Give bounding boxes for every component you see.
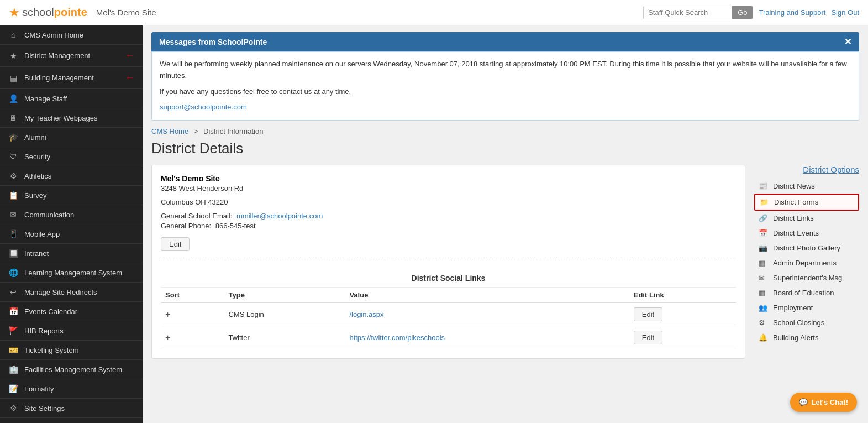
link-url: https://twitter.com/pikeschools (349, 333, 445, 342)
sidebar-item-security[interactable]: 🛡 Security (0, 147, 143, 166)
option-icon-employment: 👥 (759, 304, 770, 312)
sidebar-item-manage-site-redirects[interactable]: ↩ Manage Site Redirects (0, 283, 143, 302)
district-email-label: General School Email: (161, 212, 232, 220)
page-content: CMS Home > District Information District… (143, 121, 868, 365)
sidebar-item-facilities-management[interactable]: 🏢 Facilities Management System (0, 360, 143, 379)
sort-handle[interactable]: + (165, 333, 170, 342)
district-option-superintendents-msg[interactable]: ✉ Superintendent's Msg (754, 270, 859, 285)
support-email-link[interactable]: support@schoolpointe.com (160, 103, 247, 111)
option-icon-district-links: 🔗 (759, 214, 770, 222)
search-button[interactable]: Go (732, 6, 753, 19)
sidebar-item-mobile-app[interactable]: 📱 Mobile App (0, 224, 143, 244)
edit-button[interactable]: Edit (161, 237, 190, 251)
district-name: Mel's Demo Site (161, 174, 736, 183)
sign-out-link[interactable]: Sign Out (831, 8, 859, 17)
option-label-superintendents-msg: Superintendent's Msg (773, 274, 842, 282)
sidebar-label-manage-site-redirects: Manage Site Redirects (24, 288, 135, 296)
option-label-district-news: District News (773, 182, 815, 190)
district-option-building-alerts[interactable]: 🔔 Building Alerts (754, 330, 859, 345)
link-type: CMS Login (224, 303, 345, 326)
option-icon-district-photo-gallery: 📷 (759, 244, 770, 252)
option-label-building-alerts: Building Alerts (773, 333, 818, 342)
sidebar-item-survey[interactable]: 📋 Survey (0, 186, 143, 205)
red-arrow-district-management: ← (125, 50, 135, 61)
sidebar-item-ticketing-system[interactable]: 🎫 Ticketing System (0, 341, 143, 360)
link-value: /login.aspx (345, 303, 629, 326)
sidebar-item-manage-staff[interactable]: 👤 Manage Staff (0, 89, 143, 108)
chat-icon: 💬 (799, 398, 808, 406)
district-phone: 866-545-test (215, 222, 256, 230)
message-body-2: If you have any questions feel free to c… (160, 86, 851, 98)
link-type: Twitter (224, 326, 345, 349)
sidebar-icon-survey: 📋 (8, 191, 19, 200)
district-option-district-links[interactable]: 🔗 District Links (754, 211, 859, 226)
sidebar-item-hib-reports[interactable]: 🚩 HIB Reports (0, 321, 143, 341)
sidebar-icon-security: 🛡 (8, 152, 19, 161)
sidebar-item-learning-management[interactable]: 🌐 Learning Management System (0, 263, 143, 283)
right-sidebar: District Options 📰 District News 📁 Distr… (754, 165, 859, 359)
sort-handle[interactable]: + (165, 310, 170, 319)
sidebar-icon-hib-reports: 🚩 (8, 326, 19, 335)
district-option-board-of-education[interactable]: ▦ Board of Education (754, 285, 859, 300)
sidebar-item-alumni[interactable]: 🎓 Alumni (0, 128, 143, 147)
training-support-link[interactable]: Training and Support (759, 8, 825, 17)
chat-label: Let's Chat! (811, 398, 848, 406)
district-option-district-photo-gallery[interactable]: 📷 District Photo Gallery (754, 241, 859, 255)
link-url: /login.aspx (349, 310, 383, 318)
sidebar-label-security: Security (24, 153, 135, 161)
sidebar-item-cms-admin-home[interactable]: ⌂ CMS Admin Home (0, 25, 143, 45)
sidebar-label-intranet: Intranet (24, 249, 135, 258)
district-phone-label: General Phone: (161, 222, 211, 230)
option-icon-admin-departments: ▦ (759, 259, 770, 267)
option-icon-board-of-education: ▦ (759, 289, 770, 297)
district-option-admin-departments[interactable]: ▦ Admin Departments (754, 255, 859, 270)
logo-text: schoolpointe (22, 6, 87, 19)
social-table-title: District Social Links (161, 269, 736, 288)
option-label-district-links: District Links (773, 214, 814, 222)
district-email-link[interactable]: mmiller@schoolpointe.com (236, 212, 323, 220)
district-option-employment[interactable]: 👥 Employment (754, 300, 859, 315)
site-name: Mel's Demo Site (96, 8, 156, 17)
option-label-admin-departments: Admin Departments (773, 259, 837, 267)
logo-school: school (22, 6, 54, 18)
sidebar-label-learning-management: Learning Management System (24, 269, 135, 277)
sidebar-icon-my-teacher-webpages: 🖥 (8, 113, 19, 122)
edit-link-button-1[interactable]: Edit (634, 331, 662, 344)
chat-button[interactable]: 💬 Let's Chat! (790, 393, 857, 412)
sidebar-item-building-management[interactable]: ▦ Building Management ← (0, 67, 143, 89)
sidebar-label-survey: Survey (24, 191, 135, 200)
breadcrumb-home[interactable]: CMS Home (151, 127, 188, 135)
sidebar-icon-formality: 📝 (8, 384, 19, 393)
social-links-table: District Social Links Sort Type Value Ed… (161, 269, 736, 349)
sidebar-item-my-teacher-webpages[interactable]: 🖥 My Teacher Webpages (0, 108, 143, 128)
message-body-1: We will be performing weekly planned mai… (160, 59, 851, 82)
sidebar-label-alumni: Alumni (24, 133, 135, 142)
sidebar-item-intranet[interactable]: 🔲 Intranet (0, 244, 143, 263)
message-close-button[interactable]: ✕ (844, 36, 851, 47)
option-label-district-events: District Events (773, 229, 819, 237)
district-option-school-closings[interactable]: ⚙ School Closings (754, 315, 859, 330)
option-label-district-forms: District Forms (774, 198, 818, 206)
col-sort: Sort (161, 288, 224, 303)
logo: ★ schoolpointe (9, 6, 87, 20)
sidebar-item-events-calendar[interactable]: 📅 Events Calendar (0, 302, 143, 321)
option-icon-district-events: 📅 (759, 229, 770, 237)
sidebar-item-athletics[interactable]: ⚙ Athletics (0, 166, 143, 186)
header-right: Go Training and Support Sign Out (643, 6, 859, 19)
sidebar-label-hib-reports: HIB Reports (24, 327, 135, 335)
header: ★ schoolpointe Mel's Demo Site Go Traini… (0, 0, 868, 25)
sidebar-item-formality[interactable]: 📝 Formality (0, 379, 143, 399)
sidebar-item-site-settings[interactable]: ⚙ Site Settings (0, 399, 143, 418)
option-icon-building-alerts: 🔔 (759, 333, 770, 342)
sidebar-label-cms-admin-home: CMS Admin Home (24, 31, 135, 39)
district-address1: 3248 West Henderson Rd (161, 184, 736, 192)
district-option-district-news[interactable]: 📰 District News (754, 179, 859, 194)
sidebar-icon-district-management: ★ (8, 51, 19, 60)
sidebar-label-communication: Communication (24, 211, 135, 219)
search-input[interactable] (644, 6, 732, 19)
district-option-district-events[interactable]: 📅 District Events (754, 226, 859, 241)
sidebar-item-district-management[interactable]: ★ District Management ← (0, 45, 143, 67)
district-option-district-forms[interactable]: 📁 District Forms (754, 194, 859, 211)
sidebar-item-communication[interactable]: ✉ Communication (0, 205, 143, 224)
edit-link-button-0[interactable]: Edit (634, 307, 662, 321)
